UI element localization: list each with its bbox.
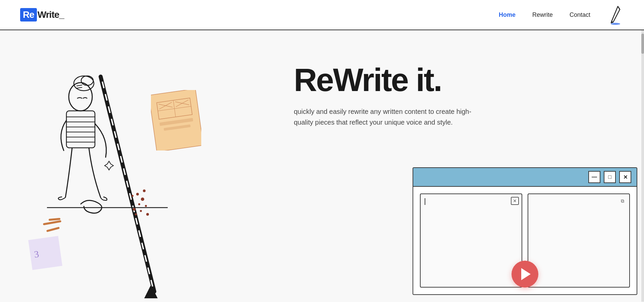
svg-line-3 <box>102 82 153 287</box>
svg-point-4 <box>69 83 92 111</box>
svg-point-24 <box>143 189 146 192</box>
text-output-area[interactable]: ⧉ <box>528 193 630 288</box>
svg-line-8 <box>76 87 82 88</box>
nav-contact[interactable]: Contact <box>570 11 590 18</box>
scrollbar-thumb[interactable] <box>641 34 644 54</box>
pen-icon <box>607 5 624 25</box>
nav-home[interactable]: Home <box>499 11 516 18</box>
page-scrollbar[interactable] <box>641 30 644 302</box>
svg-point-20 <box>133 208 136 211</box>
window-body: ✕ ⧉ <box>413 187 637 294</box>
text-input-area[interactable]: ✕ <box>420 193 522 288</box>
hero-illustration <box>0 46 235 302</box>
window-minimize-button[interactable]: — <box>588 171 600 183</box>
app-window-mockup: — □ ✕ ✕ ⧉ <box>413 167 637 295</box>
svg-point-18 <box>141 198 144 201</box>
svg-point-26 <box>146 213 149 216</box>
navbar: Re Write_ Home Rewrite Contact <box>0 0 644 30</box>
hero-title: ReWrite it. <box>294 64 482 96</box>
input-clear-button[interactable]: ✕ <box>511 197 519 205</box>
logo-re: Re <box>20 8 37 21</box>
svg-point-22 <box>145 205 147 207</box>
svg-point-21 <box>140 210 142 212</box>
svg-point-0 <box>611 23 620 25</box>
nav-rewrite[interactable]: Rewrite <box>532 11 553 18</box>
svg-point-6 <box>81 76 93 85</box>
svg-point-19 <box>138 203 140 205</box>
logo-write: Write_ <box>38 9 64 20</box>
window-titlebar: — □ ✕ <box>413 168 637 187</box>
hero-description: quickly and easily rewrite any written c… <box>294 106 482 128</box>
svg-point-25 <box>131 195 133 197</box>
svg-point-23 <box>135 213 137 215</box>
play-button-overlay[interactable] <box>512 261 538 288</box>
logo[interactable]: Re Write_ <box>20 8 64 21</box>
nav-links: Home Rewrite Contact <box>499 5 624 25</box>
output-copy-button[interactable]: ⧉ <box>619 197 627 205</box>
window-close-button[interactable]: ✕ <box>619 171 631 183</box>
play-icon <box>521 268 531 280</box>
window-maximize-button[interactable]: □ <box>604 171 616 183</box>
cursor-blink <box>425 198 425 205</box>
hero-text-block: ReWrite it. quickly and easily rewrite a… <box>294 64 482 128</box>
svg-line-7 <box>76 85 82 86</box>
svg-point-17 <box>136 193 139 196</box>
play-button[interactable] <box>512 261 538 288</box>
hero-section: ReWrite it. quickly and easily rewrite a… <box>0 30 644 302</box>
